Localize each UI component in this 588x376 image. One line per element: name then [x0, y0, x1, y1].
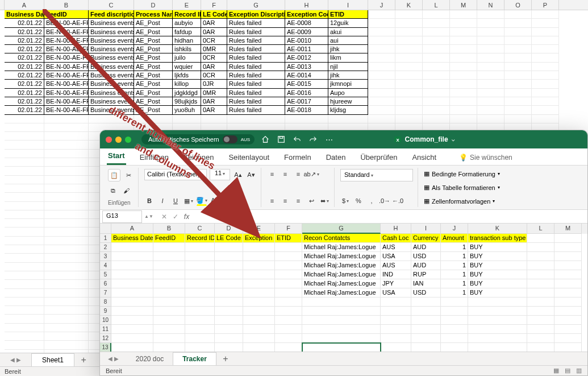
fg-cell[interactable]: 1: [441, 252, 468, 261]
bg-cell[interactable]: AE_Post: [134, 63, 173, 71]
fg-cell[interactable]: [381, 316, 411, 325]
bg-cell[interactable]: 0AR: [201, 28, 227, 36]
align-right-icon[interactable]: ≡: [293, 196, 303, 206]
fg-cell[interactable]: [215, 270, 243, 279]
fg-cell[interactable]: [243, 325, 275, 334]
ribbon-tab-ansicht[interactable]: Ansicht: [411, 150, 437, 165]
fg-cell[interactable]: [527, 261, 554, 270]
bg-cell[interactable]: Business events: [89, 36, 134, 45]
border-button[interactable]: ▦: [184, 196, 194, 206]
fg-cell[interactable]: Michael Raj:James:Logue: [302, 288, 381, 298]
bg-cell[interactable]: 02.01.22: [5, 45, 44, 53]
fg-cell[interactable]: [554, 316, 582, 325]
format-painter-icon[interactable]: 🖌: [121, 185, 131, 196]
fg-cell[interactable]: [275, 298, 302, 307]
fg-header-cell[interactable]: ETID: [275, 234, 302, 243]
fg-cell[interactable]: BUY: [468, 288, 527, 298]
bg-cell[interactable]: AE-0018: [285, 106, 328, 114]
fx-icon[interactable]: fx: [184, 213, 189, 221]
bg-cell[interactable]: ishkils: [173, 45, 201, 53]
bg-cell[interactable]: 0CR: [201, 71, 227, 80]
fg-cell[interactable]: [215, 279, 243, 288]
fg-cell[interactable]: [554, 270, 582, 279]
ribbon-tab-überprüfen[interactable]: Überprüfen: [359, 150, 398, 165]
bg-cell[interactable]: Aupo: [328, 89, 368, 97]
fg-cell[interactable]: [527, 316, 554, 325]
fg-cell[interactable]: [111, 270, 153, 279]
bg-col-J[interactable]: J: [368, 0, 395, 10]
bg-cell[interactable]: BE-N-00-AE-FFS: [44, 19, 89, 27]
fg-cell[interactable]: [275, 261, 302, 270]
fg-cell[interactable]: [153, 261, 185, 270]
number-format-select[interactable]: Standard: [340, 169, 413, 181]
bg-cell[interactable]: 02.01.22: [5, 36, 44, 45]
bg-column-headers[interactable]: ABCDEFGHIJKLMNOP: [0, 0, 588, 10]
fg-cell[interactable]: [275, 316, 302, 325]
bg-cell[interactable]: AE_Post: [134, 19, 173, 27]
align-left-icon[interactable]: ≡: [267, 196, 277, 206]
fg-cell[interactable]: [153, 325, 185, 334]
ribbon-tab-start[interactable]: Start: [107, 148, 126, 165]
bg-cell[interactable]: BE-N-00-AE-FFS: [44, 28, 89, 36]
dec-decimal-icon[interactable]: ←.0: [393, 196, 403, 206]
bg-cell[interactable]: 0AR: [201, 19, 227, 27]
underline-button[interactable]: U: [170, 196, 181, 206]
fg-cell[interactable]: [275, 343, 302, 352]
fg-cell[interactable]: [468, 298, 527, 307]
bg-cell[interactable]: Rules failed: [227, 53, 285, 62]
fg-cell[interactable]: JPY: [381, 279, 411, 288]
fg-cell[interactable]: [153, 279, 185, 288]
fg-cell[interactable]: [441, 316, 468, 325]
bg-cell[interactable]: AE-0016: [285, 89, 328, 97]
fg-cell[interactable]: Michael Raj:James:Logue: [302, 279, 381, 288]
fg-cell[interactable]: [185, 343, 215, 352]
fg-cell[interactable]: Michael Raj:James:Logue: [302, 243, 381, 252]
fg-col-I[interactable]: I: [411, 224, 441, 234]
fg-cell[interactable]: [111, 288, 153, 298]
fg-cell[interactable]: [111, 261, 153, 270]
bg-header-cell[interactable]: Record ID: [173, 10, 201, 19]
bg-cell[interactable]: Business events: [89, 63, 134, 71]
bg-cell[interactable]: Rules failed: [227, 97, 285, 106]
bg-col-D[interactable]: D: [134, 0, 173, 10]
fg-cell[interactable]: [243, 298, 275, 307]
percent-icon[interactable]: %: [353, 196, 364, 206]
fg-cell[interactable]: [111, 334, 153, 343]
fg-header-cell[interactable]: Recon Contatcts: [302, 234, 381, 243]
bg-cell[interactable]: Business events: [89, 80, 134, 88]
fg-cell[interactable]: 1: [441, 279, 468, 288]
fg-cell[interactable]: [527, 270, 554, 279]
bg-cell[interactable]: aubyio: [173, 19, 201, 27]
cut-icon[interactable]: ✂: [123, 170, 134, 180]
fg-cell[interactable]: [185, 316, 215, 325]
bg-sheet-tab[interactable]: Sheet1: [31, 353, 74, 366]
bg-cell[interactable]: 0MR: [201, 89, 227, 97]
fg-cell[interactable]: [215, 298, 243, 307]
fg-cell[interactable]: [302, 334, 381, 343]
bg-col-M[interactable]: M: [450, 0, 477, 10]
window-controls[interactable]: [106, 137, 131, 143]
bg-cell[interactable]: 02.01.22: [5, 106, 44, 114]
fg-col-D[interactable]: D: [215, 224, 243, 234]
bg-col-A[interactable]: A: [5, 0, 44, 10]
bg-cell[interactable]: 02.01.22: [5, 71, 44, 80]
bg-cell[interactable]: AE-0014: [285, 71, 328, 80]
fg-cell[interactable]: [411, 325, 441, 334]
fg-cell[interactable]: [554, 307, 582, 316]
bg-cell[interactable]: AE_Post: [134, 89, 173, 97]
fg-cell[interactable]: [185, 307, 215, 316]
fg-rowhdr[interactable]: 2: [100, 243, 111, 252]
fg-cell[interactable]: [185, 279, 215, 288]
fg-cell[interactable]: 1: [441, 288, 468, 298]
bg-cell[interactable]: 12guik: [328, 19, 368, 27]
fg-cell[interactable]: [215, 334, 243, 343]
bg-cell[interactable]: AE_Post: [134, 106, 173, 114]
fg-cell[interactable]: USD: [411, 288, 441, 298]
copy-icon[interactable]: ⧉: [108, 185, 118, 196]
bg-col-I[interactable]: I: [328, 0, 368, 10]
bg-cell[interactable]: AE-0012: [285, 53, 328, 62]
bg-col-N[interactable]: N: [477, 0, 504, 10]
fg-cell[interactable]: [111, 307, 153, 316]
bg-cell[interactable]: 0CR: [201, 36, 227, 45]
bg-cell[interactable]: AE_Post: [134, 36, 173, 45]
